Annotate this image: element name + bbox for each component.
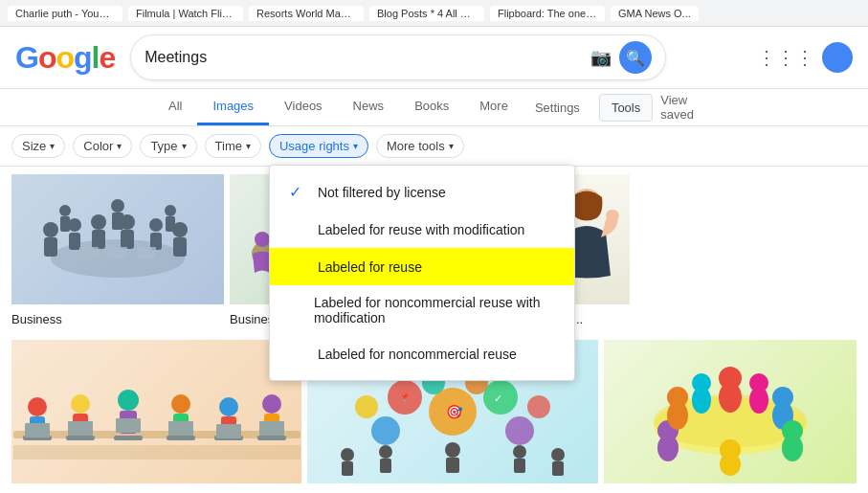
svg-point-96 [719, 382, 742, 413]
more-tools-chevron: ▾ [449, 141, 454, 151]
dropdown-label-5: Labeled for noncommercial reuse [318, 347, 517, 362]
dropdown-label-2: Labeled for reuse with modification [318, 222, 524, 237]
dropdown-label-3: Labeled for reuse [318, 259, 422, 275]
view-saved-button[interactable]: View saved [660, 93, 715, 122]
svg-point-80 [341, 448, 354, 461]
tab-images[interactable]: Images [197, 89, 269, 125]
svg-point-104 [657, 435, 679, 461]
browser-tab-1[interactable]: Charlie puth - YouTu... [8, 6, 122, 21]
svg-point-3 [68, 218, 81, 232]
svg-rect-87 [514, 459, 525, 473]
svg-point-50 [71, 394, 90, 414]
browser-tab-6[interactable]: GMA News O... [611, 6, 699, 21]
svg-rect-70 [13, 445, 300, 459]
filter-usage-rights[interactable]: Usage rights ▾ [269, 134, 368, 158]
svg-text:✓: ✓ [494, 392, 502, 404]
svg-point-86 [513, 445, 526, 459]
business-meeting-svg [22, 182, 213, 297]
image-business[interactable] [11, 174, 224, 304]
svg-point-1 [43, 222, 58, 237]
settings-button[interactable]: Settings [523, 95, 591, 121]
dropdown-item-1[interactable]: ✓ Not filtered by license [270, 173, 574, 211]
browser-tab-5[interactable]: Flipboard: The one p... [490, 6, 605, 21]
cartoon-workers-svg [13, 345, 300, 479]
tab-books[interactable]: Books [399, 89, 464, 125]
check-icon-1: ✓ [289, 183, 308, 201]
svg-rect-19 [79, 247, 99, 258]
usage-rights-chevron: ▾ [353, 141, 358, 151]
avatar[interactable] [822, 42, 853, 73]
size-chevron: ▾ [50, 141, 55, 151]
dropdown-item-2[interactable]: ✓ Labeled for reuse with modification [270, 211, 574, 248]
svg-rect-16 [112, 213, 123, 230]
svg-rect-68 [257, 436, 286, 440]
filter-more-tools[interactable]: More tools ▾ [376, 134, 464, 158]
more-tools-label: More tools [387, 139, 445, 153]
svg-point-17 [165, 205, 176, 216]
browser-tab-2[interactable]: Filmula | Watch Flip... [128, 6, 243, 21]
filter-time[interactable]: Time ▾ [205, 134, 261, 158]
usage-rights-label: Usage rights [279, 139, 349, 153]
svg-point-74 [371, 416, 400, 445]
bottom-image-1[interactable] [11, 340, 301, 483]
usage-rights-dropdown: ✓ Not filtered by license ✓ Labeled for … [269, 165, 575, 381]
svg-point-15 [111, 199, 124, 213]
dropdown-item-3[interactable]: ✓ Labeled for reuse [270, 248, 574, 285]
svg-point-106 [667, 401, 688, 430]
svg-point-78 [355, 395, 378, 418]
svg-point-84 [445, 442, 460, 458]
dropdown-item-5[interactable]: ✓ Labeled for noncommercial reuse [270, 335, 574, 372]
tab-all[interactable]: All [153, 89, 197, 125]
browser-tab-3[interactable]: Resorts World Mani... [249, 6, 364, 21]
svg-rect-20 [108, 247, 127, 258]
browser-tab-4[interactable]: Blog Posts * 4 All Eve... [369, 6, 484, 21]
svg-point-66 [262, 394, 281, 414]
svg-point-58 [171, 394, 190, 414]
search-input[interactable] [145, 49, 583, 66]
tools-button[interactable]: Tools [599, 94, 653, 122]
search-box: 📷 🔍 [130, 34, 666, 80]
tab-news[interactable]: News [338, 89, 400, 125]
image-label-1: Business [11, 308, 224, 328]
image-card-1: Business [11, 174, 224, 328]
svg-rect-61 [168, 421, 193, 436]
filter-bar: Size ▾ Color ▾ Type ▾ Time ▾ Usage right… [0, 126, 868, 167]
svg-point-108 [749, 387, 768, 414]
bottom-image-3[interactable] [604, 340, 857, 483]
filter-type[interactable]: Type ▾ [140, 134, 196, 158]
svg-rect-6 [92, 230, 105, 249]
tab-videos[interactable]: Videos [269, 89, 338, 125]
svg-rect-57 [116, 418, 141, 433]
svg-rect-52 [66, 436, 95, 440]
apps-icon[interactable]: ⋮⋮⋮ [757, 46, 814, 69]
svg-rect-18 [166, 216, 175, 232]
google-logo[interactable]: Google [15, 40, 115, 76]
svg-rect-8 [121, 230, 134, 249]
svg-rect-65 [216, 424, 241, 438]
svg-point-9 [149, 218, 163, 232]
svg-point-79 [527, 395, 550, 418]
svg-point-75 [505, 416, 534, 445]
svg-text:📍: 📍 [398, 392, 412, 405]
svg-point-82 [379, 445, 392, 459]
type-label: Type [150, 139, 177, 153]
svg-rect-12 [173, 237, 187, 257]
camera-icon[interactable]: 📷 [590, 47, 612, 68]
svg-rect-56 [114, 436, 143, 440]
svg-rect-49 [25, 423, 50, 437]
filter-size[interactable]: Size ▾ [11, 134, 65, 158]
svg-rect-81 [342, 461, 353, 476]
search-button[interactable]: 🔍 [619, 41, 652, 74]
dropdown-label-1: Not filtered by license [318, 185, 446, 200]
svg-point-54 [118, 390, 139, 411]
tab-more[interactable]: More [464, 89, 523, 125]
svg-rect-4 [69, 233, 80, 250]
time-chevron: ▾ [246, 141, 251, 151]
filter-color[interactable]: Color ▾ [73, 134, 132, 158]
svg-point-5 [91, 214, 106, 230]
time-label: Time [215, 139, 242, 153]
svg-point-88 [551, 448, 565, 461]
search-tabs: All Images Videos News Books More Settin… [0, 89, 868, 126]
dropdown-item-4[interactable]: ✓ Labeled for noncommercial reuse with m… [270, 285, 574, 335]
svg-rect-53 [68, 421, 93, 436]
